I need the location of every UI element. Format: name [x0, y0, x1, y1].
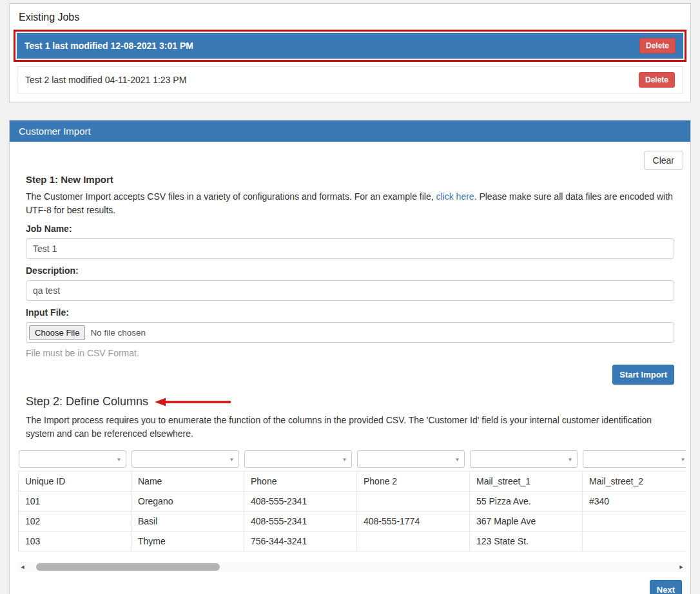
description-label: Description:: [26, 265, 674, 276]
existing-jobs-panel: Existing Jobs Test 1 last modified 12-08…: [9, 3, 691, 102]
table-cell: Thyme: [131, 532, 244, 551]
horizontal-scrollbar[interactable]: ◄ ►: [18, 562, 686, 572]
annotation-arrow: [155, 397, 232, 407]
column-mapping-select-6[interactable]: [583, 450, 686, 468]
annotation-highlight-box: Test 1 last modified 12-08-2021 3:01 PM …: [14, 30, 686, 62]
next-button[interactable]: Next: [650, 580, 682, 594]
table-row: 102 Basil 408-555-2341 408-555-1774 367 …: [19, 512, 686, 532]
job-label: Test 1 last modified 12-08-2021 3:01 PM: [24, 41, 193, 51]
no-file-chosen-text: No file chosen: [90, 328, 146, 338]
table-cell: Basil: [131, 512, 244, 532]
table-cell: 101: [19, 492, 131, 512]
table-header-row: Unique ID Name Phone Phone 2 Mail_street…: [19, 472, 686, 492]
file-format-note: File must be in CSV Format.: [26, 348, 674, 358]
job-row-test1[interactable]: Test 1 last modified 12-08-2021 3:01 PM …: [17, 33, 683, 59]
table-cell: #340: [583, 492, 686, 512]
csv-preview-table-wrap: ▼ ▼ ▼ ▼ ▼ ▼ Unique ID Name Phone Phone 2…: [18, 448, 686, 551]
csv-preview-table: ▼ ▼ ▼ ▼ ▼ ▼ Unique ID Name Phone Phone 2…: [18, 448, 686, 551]
column-header: Phone 2: [357, 472, 470, 492]
step2-head: Step 2: Define Columns: [26, 395, 674, 408]
existing-jobs-title: Existing Jobs: [19, 12, 686, 23]
column-header: Phone: [244, 472, 357, 492]
description-group: Description:: [26, 265, 674, 301]
job-name-input[interactable]: [26, 238, 674, 259]
customer-import-body: Clear Step 1: New Import The Customer Im…: [10, 142, 690, 594]
table-cell: 408-555-1774: [357, 512, 470, 532]
customer-import-panel: Customer Import Clear Step 1: New Import…: [9, 120, 691, 594]
column-mapping-select-4[interactable]: [357, 450, 465, 468]
column-header: Unique ID: [19, 472, 131, 492]
example-file-link[interactable]: click here: [436, 191, 474, 202]
scrollbar-thumb[interactable]: [36, 563, 220, 571]
table-cell: 102: [19, 512, 131, 532]
start-import-button[interactable]: Start Import: [612, 365, 674, 385]
page: Existing Jobs Test 1 last modified 12-08…: [0, 0, 700, 594]
description-input[interactable]: [26, 280, 674, 301]
job-name-label: Job Name:: [26, 224, 674, 234]
table-cell: 103: [19, 532, 131, 551]
step2-description: The Import process requires you to enume…: [26, 414, 674, 441]
table-cell: 55 Pizza Ave.: [470, 492, 583, 512]
clear-button[interactable]: Clear: [644, 151, 683, 170]
column-select-row: ▼ ▼ ▼ ▼ ▼ ▼: [19, 448, 686, 472]
delete-job-button[interactable]: Delete: [639, 38, 676, 53]
column-mapping-select-3[interactable]: [244, 450, 352, 468]
table-cell: 367 Maple Ave: [470, 512, 583, 532]
column-header: Mail_street_1: [470, 472, 583, 492]
table-cell: 408-555-2341: [244, 512, 357, 532]
job-name-group: Job Name:: [26, 224, 674, 259]
table-cell: 756-344-3241: [244, 532, 357, 551]
table-cell: [583, 512, 686, 532]
column-mapping-select-1[interactable]: [19, 450, 126, 468]
table-cell: 123 State St.: [470, 532, 583, 551]
scroll-left-icon[interactable]: ◄: [18, 562, 27, 572]
table-cell: Oregano: [131, 492, 244, 512]
customer-import-header: Customer Import: [10, 120, 690, 142]
column-header: Name: [131, 472, 244, 492]
delete-job-button[interactable]: Delete: [639, 72, 675, 88]
table-cell: [357, 492, 470, 512]
step1-description: The Customer Import accepts CSV files in…: [26, 190, 674, 217]
scrollbar-track[interactable]: [27, 562, 677, 572]
clear-row: Clear: [17, 151, 683, 170]
step1-title: Step 1: New Import: [26, 174, 683, 185]
column-mapping-select-5[interactable]: [470, 450, 578, 468]
choose-file-button[interactable]: Choose File: [29, 325, 85, 340]
table-row: 101 Oregano 408-555-2341 55 Pizza Ave. #…: [19, 492, 686, 512]
job-label: Test 2 last modified 04-11-2021 1:23 PM: [25, 75, 186, 85]
scroll-right-icon[interactable]: ►: [677, 562, 686, 572]
column-mapping-select-2[interactable]: [131, 450, 239, 468]
input-file-group: Input File: Choose File No file chosen: [26, 307, 674, 343]
step1-description-text: The Customer Import accepts CSV files in…: [26, 191, 436, 202]
table-cell: [583, 532, 686, 551]
column-header: Mail_street_2: [583, 472, 686, 492]
input-file-label: Input File:: [26, 307, 674, 318]
table-cell: [357, 532, 470, 551]
table-row: 103 Thyme 756-344-3241 123 State St.: [19, 532, 686, 551]
next-row: Next: [18, 580, 682, 594]
start-import-row: Start Import: [26, 365, 674, 385]
step2-title: Step 2: Define Columns: [26, 395, 148, 408]
file-input[interactable]: Choose File No file chosen: [26, 322, 674, 343]
job-row-test2[interactable]: Test 2 last modified 04-11-2021 1:23 PM …: [17, 66, 683, 93]
table-cell: 408-555-2341: [244, 492, 357, 512]
